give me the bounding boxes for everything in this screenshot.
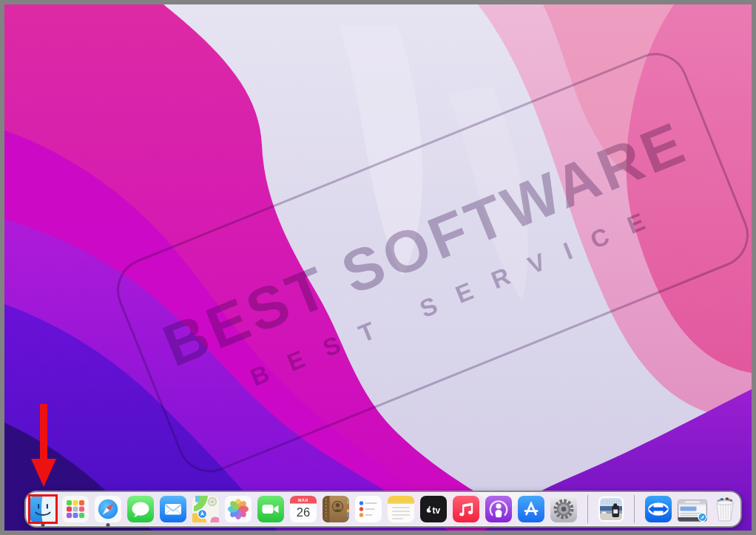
dock-item-music[interactable] — [453, 496, 479, 522]
running-indicator — [107, 523, 110, 527]
dock-item-calendar[interactable]: MÄR 26 — [290, 496, 317, 522]
tv-label: tv — [433, 505, 441, 516]
dock-item-tv[interactable]: tv — [420, 496, 447, 522]
desktop-wallpaper — [4, 4, 752, 531]
dock-item-minimized-safari-window[interactable] — [678, 499, 707, 522]
desktop: BEST SOFTWARE BEST SERVICE — [4, 4, 752, 531]
dock-item-trash[interactable] — [713, 496, 737, 522]
dock-item-notes[interactable] — [388, 496, 414, 522]
dock-item-teamviewer[interactable] — [645, 496, 672, 522]
dock: MÄR 26 — [24, 491, 742, 528]
dock-item-messages[interactable] — [127, 496, 154, 522]
dock-item-mail[interactable] — [160, 496, 186, 522]
dock-item-finder[interactable] — [30, 496, 56, 522]
calendar-day: 26 — [297, 505, 310, 519]
dock-item-maps[interactable] — [192, 496, 219, 522]
dock-divider — [587, 495, 588, 523]
dock-item-contacts[interactable] — [323, 496, 349, 522]
dock-item-photo-file[interactable] — [598, 497, 624, 522]
finder-highlight-box — [28, 494, 58, 524]
dock-item-facetime[interactable] — [257, 496, 284, 522]
dock-item-system-preferences[interactable] — [550, 496, 577, 522]
dock-item-photos[interactable] — [225, 496, 252, 522]
dock-item-app-store[interactable] — [518, 496, 544, 522]
screenshot-frame: BEST SOFTWARE BEST SERVICE — [0, 0, 756, 535]
dock-item-reminders[interactable] — [355, 496, 382, 522]
calendar-month: MÄR — [298, 498, 308, 502]
dock-item-launchpad[interactable] — [62, 496, 89, 522]
dock-divider — [634, 495, 635, 523]
dock-item-podcasts[interactable] — [485, 496, 512, 522]
dock-item-safari[interactable] — [95, 496, 121, 522]
